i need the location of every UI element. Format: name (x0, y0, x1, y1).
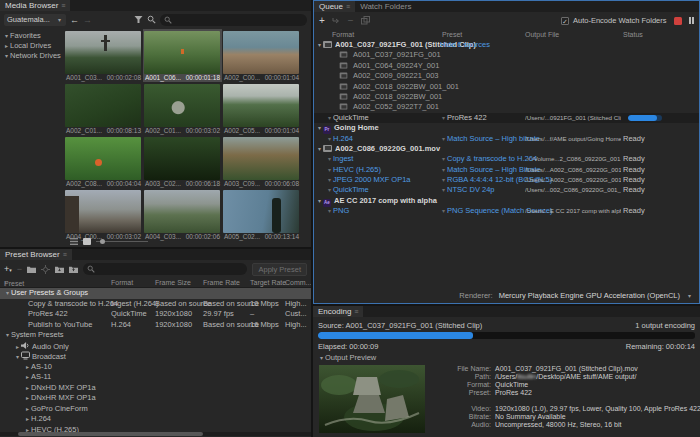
duplicate-icon[interactable] (361, 16, 370, 25)
slider-knob[interactable] (100, 239, 105, 244)
location-dropdown[interactable]: Guatemala... ▾ (4, 14, 66, 26)
preset-search-input[interactable] (83, 263, 247, 275)
queue-group-row[interactable]: ▾AeAE CC 2017 comp with alpha (314, 196, 699, 206)
preset-folder[interactable]: ▸DNxHR MXF OP1a (0, 393, 311, 404)
clip-cell[interactable]: A004_C00...00:00:03:02 (64, 188, 143, 241)
clip-thumbnail[interactable] (223, 137, 299, 180)
horizontal-scrollbar[interactable] (0, 432, 311, 436)
delete-preset-button[interactable]: − (17, 264, 22, 274)
panel-menu-icon[interactable]: ≡ (346, 3, 350, 10)
queue-output-row-encoding[interactable]: ▾QuickTime ▾ProRes 422 /Users/...0921FG_… (314, 113, 699, 123)
queue-output-row[interactable]: ▾Ingest ▾Copy & transcode to H.264 ▾/Vol… (314, 154, 699, 164)
export-preset-folder-icon[interactable] (69, 265, 78, 274)
clip-thumbnail[interactable] (144, 190, 220, 233)
preset-folder[interactable]: ▸AS-11 (0, 372, 311, 383)
queue-source-row[interactable]: A001_C037_0921FG_001 (314, 50, 699, 60)
tab-queue[interactable]: Queue ≡ (314, 1, 355, 12)
clip-thumbnail[interactable] (65, 31, 141, 74)
back-arrow-icon[interactable]: ← (70, 15, 79, 25)
tree-item-local-drives[interactable]: ▸Local Drives (0, 41, 64, 51)
column-frame-rate[interactable]: Frame Rate (203, 279, 240, 286)
preset-folder[interactable]: ▸GoPro CineForm (0, 404, 311, 415)
clip-cell[interactable]: A002_C00...00:00:01:04 (222, 29, 301, 82)
forward-arrow-icon[interactable]: → (83, 15, 92, 25)
list-view-icon[interactable] (70, 238, 78, 245)
clip-cell[interactable]: A005_C02...00:00:13:14 (222, 188, 301, 241)
queue-source-row[interactable]: A002_C018_0922BW_001_001 (314, 82, 699, 92)
auto-encode-checkbox[interactable]: ✓ (561, 17, 569, 25)
clip-thumbnail[interactable] (144, 84, 220, 127)
renderer-dropdown[interactable]: Mercury Playback Engine GPU Acceleration… (499, 291, 680, 300)
clip-cell[interactable]: A003_C09...00:00:06:08 (222, 135, 301, 188)
filter-funnel-icon[interactable] (134, 15, 143, 24)
clip-thumbnail[interactable] (223, 31, 299, 74)
preset-folder[interactable]: ▸DNxHD MXF OP1a (0, 383, 311, 394)
tab-media-browser[interactable]: Media Browser ≡ (0, 0, 70, 11)
queue-output-row[interactable]: ▾H.264 ▾Match Source – High bitrate /Use… (314, 134, 699, 144)
preset-folder[interactable]: ▸AS-10 (0, 362, 311, 373)
clip-thumbnail[interactable] (65, 84, 141, 127)
ingest-settings-icon[interactable] (147, 15, 156, 24)
tab-preset-browser[interactable]: Preset Browser ≡ (0, 249, 72, 260)
clip-thumbnail[interactable] (144, 137, 220, 180)
new-preset-button[interactable]: +▾ (4, 264, 12, 274)
queue-source-row[interactable]: A001_C064_09224Y_001 (314, 61, 699, 71)
remove-button[interactable]: − (348, 15, 354, 26)
hide-sources-link[interactable]: Hide 6 sources (440, 40, 490, 50)
thumbnail-zoom-slider[interactable] (96, 241, 148, 242)
queue-source-row[interactable]: A002_C009_092221_003 (314, 71, 699, 81)
preset-folder-audio-only[interactable]: ▸Audio Only (0, 341, 311, 352)
panel-menu-icon[interactable]: ≡ (63, 251, 67, 258)
column-format[interactable]: Format (332, 31, 354, 38)
preset-folder-broadcast[interactable]: ▾Broadcast (0, 351, 311, 362)
column-preset[interactable]: Preset (442, 31, 462, 38)
queue-source-row[interactable]: A002_C052_0922T7_001 (314, 102, 699, 112)
output-preview-header[interactable]: ▾Output Preview (313, 351, 700, 363)
queue-group-row[interactable]: ▾A001_C037_0921FG_001 (Stitched Clip) Hi… (314, 40, 699, 50)
media-search-input[interactable] (160, 14, 307, 26)
queue-group-row[interactable]: ▾PrGoing Home (314, 123, 699, 133)
clip-thumbnail[interactable] (144, 31, 220, 74)
apply-preset-button[interactable]: Apply Preset (252, 263, 307, 276)
column-comment[interactable]: Comm... (285, 279, 311, 286)
clip-cell-selected[interactable]: A001_C06...00:00:01:18 (143, 29, 222, 82)
panel-menu-icon[interactable]: ≡ (61, 2, 65, 9)
column-target-rate[interactable]: Target Rate (250, 279, 286, 286)
preset-row[interactable]: Publish to YouTubeH.2641920x1080Based on… (0, 320, 311, 331)
clip-cell[interactable]: A002_C05...00:00:01:04 (222, 82, 301, 135)
column-frame-size[interactable]: Frame Size (155, 279, 191, 286)
clip-thumbnail[interactable] (65, 137, 141, 180)
stop-queue-button[interactable] (674, 17, 682, 25)
preset-settings-gear-icon[interactable] (41, 265, 50, 274)
clip-cell[interactable]: A002_C01...00:00:03:02 (143, 82, 222, 135)
add-source-button[interactable]: + (319, 15, 325, 26)
queue-source-row[interactable]: A002_C018_0922BW_001 (314, 92, 699, 102)
queue-output-row[interactable]: ▾HEVC (H.265) ▾Match Source – High Bitra… (314, 165, 699, 175)
column-output-file[interactable]: Output File (525, 31, 559, 38)
clip-thumbnail[interactable] (223, 190, 299, 233)
queue-output-row[interactable]: ▾JPEG 2000 MXF OP1a ▾RGBA 4:4:4:4 12-bit… (314, 175, 699, 185)
new-group-folder-icon[interactable] (27, 265, 36, 274)
column-status[interactable]: Status (623, 31, 643, 38)
import-preset-folder-icon[interactable] (55, 265, 64, 274)
preset-group-system-presets[interactable]: ▾System Presets (0, 330, 311, 341)
clip-thumbnail[interactable] (223, 84, 299, 127)
clip-cell[interactable]: A002_C08...00:00:04:04 (64, 135, 143, 188)
queue-output-row[interactable]: ▾QuickTime ▾NTSC DV 24p /Users/...002_C0… (314, 185, 699, 195)
queue-group-row[interactable]: ▾A002_C086_09220G_001.mov (314, 144, 699, 154)
tree-item-favorites[interactable]: ▾Favorites (0, 31, 64, 41)
thumbnail-view-icon[interactable] (83, 238, 91, 245)
preset-group-user-presets[interactable]: ▾User Presets & Groups (0, 288, 311, 299)
tree-item-network-drives[interactable]: ▾Network Drives (0, 51, 64, 61)
queue-output-row[interactable]: ▾PNG ▾PNG Sequence (Match Source) /Users… (314, 206, 699, 216)
panel-menu-icon[interactable]: ≡ (354, 308, 358, 315)
column-format[interactable]: Format (111, 279, 133, 286)
preset-folder[interactable]: ▸H.264 (0, 414, 311, 425)
clip-cell[interactable]: A004_C03...00:00:02:06 (143, 188, 222, 241)
scrollbar-thumb[interactable] (18, 432, 203, 436)
clip-cell[interactable]: A002_C01...00:00:08:13 (64, 82, 143, 135)
preset-row[interactable]: ProRes 422QuickTime1920x108029.97 fps–Cu… (0, 309, 311, 320)
clip-cell[interactable]: A001_C03...00:00:02:08 (64, 29, 143, 82)
tab-watch-folders[interactable]: Watch Folders (355, 1, 416, 12)
tab-encoding[interactable]: Encoding ≡ (313, 306, 363, 317)
